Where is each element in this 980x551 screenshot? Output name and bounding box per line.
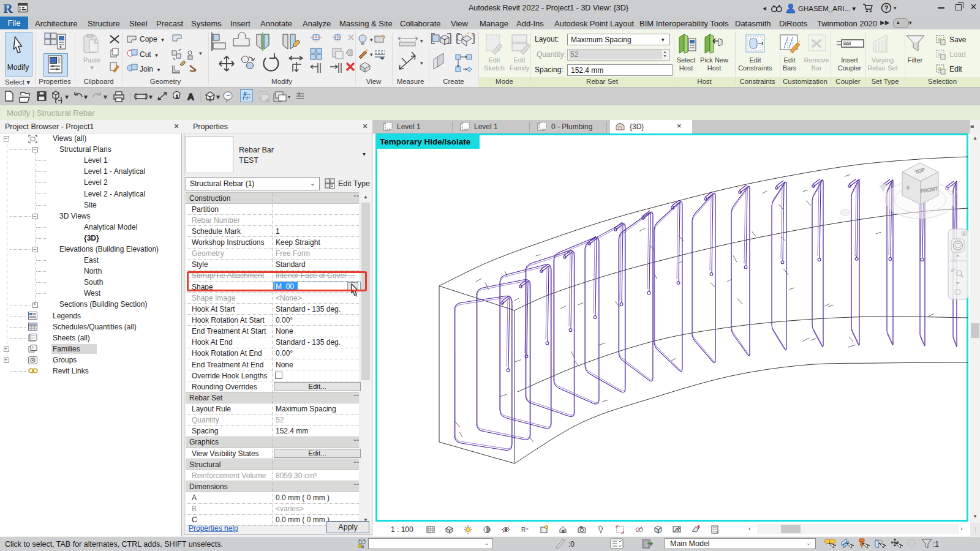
svg-text:R: R: [521, 527, 526, 533]
svg-text:A: A: [187, 91, 194, 102]
svg-text:▾: ▾: [85, 94, 87, 100]
svg-text:1: 1: [176, 94, 178, 99]
svg-text:▾: ▾: [217, 94, 219, 100]
svg-text:oº: oº: [951, 268, 955, 273]
svg-text:R: R: [3, 1, 13, 15]
svg-text:▾: ▾: [149, 94, 152, 100]
svg-text:▾: ▾: [288, 94, 290, 100]
svg-text:?: ?: [884, 4, 889, 12]
svg-text:▾: ▾: [104, 94, 107, 100]
svg-text:▾: ▾: [66, 94, 68, 100]
